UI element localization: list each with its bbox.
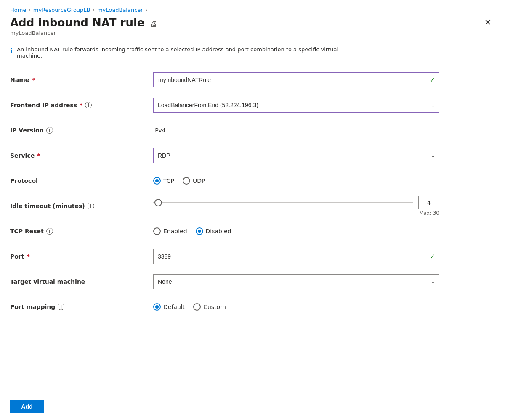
frontend-ip-select-wrapper: LoadBalancerFrontEnd (52.224.196.3) ⌄ xyxy=(153,98,439,113)
protocol-udp-option[interactable]: UDP xyxy=(183,177,205,185)
page-title: Add inbound NAT rule xyxy=(10,16,145,29)
add-button[interactable]: Add xyxy=(10,400,44,413)
frontend-ip-control: LoadBalancerFrontEnd (52.224.196.3) ⌄ xyxy=(153,98,439,113)
idle-timeout-value-box: 4 xyxy=(418,196,439,209)
tcp-reset-disabled-option[interactable]: Disabled xyxy=(196,227,231,235)
port-label: Port * xyxy=(10,253,153,260)
port-mapping-control: Default Custom xyxy=(153,303,439,311)
subtitle: myLoadBalancer xyxy=(10,30,157,36)
form-container: Name * ✓ Frontend IP address * i LoadBal… xyxy=(0,69,505,318)
breadcrumb-sep-1: › xyxy=(29,7,30,13)
ip-version-info-icon[interactable]: i xyxy=(46,127,53,134)
port-mapping-default-option[interactable]: Default xyxy=(153,303,185,311)
name-input[interactable] xyxy=(153,72,439,87)
print-icon[interactable]: 🖨 xyxy=(150,19,157,28)
idle-timeout-slider-col: 4 Max: 30 xyxy=(153,196,439,216)
bottom-bar: Add xyxy=(0,393,505,420)
name-control: ✓ xyxy=(153,72,439,87)
idle-timeout-slider-dashes xyxy=(166,202,413,203)
port-mapping-custom-label: Custom xyxy=(203,304,226,310)
frontend-ip-select[interactable]: LoadBalancerFrontEnd (52.224.196.3) xyxy=(153,98,439,113)
ip-version-row: IP Version i IPv4 xyxy=(10,119,495,141)
tcp-reset-disabled-label: Disabled xyxy=(206,228,231,235)
ip-version-control: IPv4 xyxy=(153,127,439,134)
idle-timeout-slider-thumb[interactable] xyxy=(154,199,162,206)
service-required: * xyxy=(37,152,40,159)
service-label: Service * xyxy=(10,152,153,159)
tcp-reset-disabled-radio[interactable] xyxy=(196,227,203,235)
port-row: Port * ✓ xyxy=(10,246,495,267)
page-title-row: Add inbound NAT rule 🖨 xyxy=(10,16,157,29)
target-vm-label: Target virtual machine xyxy=(10,278,153,285)
name-required: * xyxy=(32,77,35,83)
protocol-tcp-option[interactable]: TCP xyxy=(153,177,174,185)
port-mapping-custom-option[interactable]: Custom xyxy=(193,303,226,311)
port-mapping-label: Port mapping i xyxy=(10,304,153,310)
service-select[interactable]: RDP xyxy=(153,148,439,163)
target-vm-select-wrapper: None ⌄ xyxy=(153,274,439,289)
page-header: Add inbound NAT rule 🖨 myLoadBalancer ✕ xyxy=(0,16,505,38)
tcp-reset-label: TCP Reset i xyxy=(10,228,153,235)
breadcrumb: Home › myResourceGroupLB › myLoadBalance… xyxy=(0,0,505,16)
service-row: Service * RDP ⌄ xyxy=(10,145,495,166)
breadcrumb-home[interactable]: Home xyxy=(10,7,26,13)
breadcrumb-sep-3: › xyxy=(146,7,147,13)
protocol-udp-radio[interactable] xyxy=(183,177,190,185)
idle-timeout-info-icon[interactable]: i xyxy=(88,203,94,209)
tcp-reset-info-icon[interactable]: i xyxy=(46,228,53,235)
target-vm-control: None ⌄ xyxy=(153,274,439,289)
ip-version-label: IP Version i xyxy=(10,127,153,134)
protocol-label: Protocol xyxy=(10,177,153,184)
port-input[interactable] xyxy=(153,249,439,264)
idle-timeout-slider-row: 4 xyxy=(153,196,439,209)
idle-timeout-slider-track[interactable] xyxy=(153,202,413,203)
protocol-udp-label: UDP xyxy=(193,177,205,184)
tcp-reset-control: Enabled Disabled xyxy=(153,227,439,235)
port-required: * xyxy=(27,253,29,260)
info-icon: ℹ xyxy=(10,47,13,55)
breadcrumb-load-balancer[interactable]: myLoadBalancer xyxy=(97,7,143,13)
tcp-reset-radio-group: Enabled Disabled xyxy=(153,227,439,235)
protocol-row: Protocol TCP UDP xyxy=(10,170,495,192)
name-label: Name * xyxy=(10,77,153,83)
page-title-area: Add inbound NAT rule 🖨 myLoadBalancer xyxy=(10,16,157,36)
service-select-wrapper: RDP ⌄ xyxy=(153,148,439,163)
name-row: Name * ✓ xyxy=(10,69,495,91)
tcp-reset-enabled-radio[interactable] xyxy=(153,227,161,235)
info-text: An inbound NAT rule forwards incoming tr… xyxy=(17,46,347,59)
name-check-icon: ✓ xyxy=(430,76,435,84)
port-mapping-row: Port mapping i Default Custom xyxy=(10,296,495,318)
tcp-reset-row: TCP Reset i Enabled Disabled xyxy=(10,220,495,242)
idle-timeout-control: 4 Max: 30 xyxy=(153,196,439,216)
close-button[interactable]: ✕ xyxy=(481,16,495,28)
frontend-ip-label: Frontend IP address * i xyxy=(10,102,153,108)
ip-version-value: IPv4 xyxy=(153,127,166,134)
port-mapping-default-label: Default xyxy=(163,304,185,310)
frontend-required: * xyxy=(80,102,82,108)
target-vm-row: Target virtual machine None ⌄ xyxy=(10,271,495,293)
breadcrumb-resource-group[interactable]: myResourceGroupLB xyxy=(33,7,90,13)
info-box: ℹ An inbound NAT rule forwards incoming … xyxy=(10,46,347,59)
port-mapping-radio-group: Default Custom xyxy=(153,303,439,311)
port-mapping-default-radio[interactable] xyxy=(153,303,161,311)
tcp-reset-enabled-option[interactable]: Enabled xyxy=(153,227,187,235)
breadcrumb-sep-2: › xyxy=(93,7,95,13)
idle-timeout-max: Max: 30 xyxy=(153,210,439,216)
target-vm-select[interactable]: None xyxy=(153,274,439,289)
protocol-tcp-radio[interactable] xyxy=(153,177,161,185)
frontend-info-icon[interactable]: i xyxy=(85,102,92,108)
port-input-wrapper: ✓ xyxy=(153,249,439,264)
port-control: ✓ xyxy=(153,249,439,264)
port-mapping-custom-radio[interactable] xyxy=(193,303,201,311)
name-input-wrapper: ✓ xyxy=(153,72,439,87)
idle-timeout-label: Idle timeout (minutes) i xyxy=(10,203,153,209)
protocol-radio-group: TCP UDP xyxy=(153,177,439,185)
idle-timeout-value: 4 xyxy=(427,199,431,206)
protocol-control: TCP UDP xyxy=(153,177,439,185)
tcp-reset-enabled-label: Enabled xyxy=(163,228,187,235)
service-control: RDP ⌄ xyxy=(153,148,439,163)
port-check-icon: ✓ xyxy=(430,253,435,261)
idle-timeout-row: Idle timeout (minutes) i 4 Max: 30 xyxy=(10,195,495,217)
port-mapping-info-icon[interactable]: i xyxy=(58,304,64,310)
protocol-tcp-label: TCP xyxy=(163,177,174,184)
